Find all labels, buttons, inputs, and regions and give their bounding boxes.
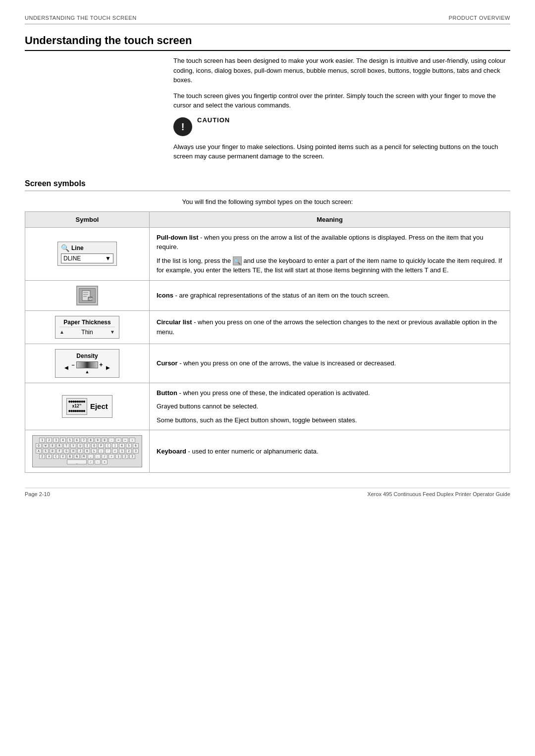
meaning-circular: Circular list - when you press on one of… [150,310,510,344]
symbol-icon: AB [25,280,150,310]
kbd-key: G [63,449,69,454]
meaning-density-p1: Cursor - when you press on one of the ar… [157,358,503,368]
table-row: Density ◄ – + ▲ [25,344,510,383]
density-bar-container: – + ▲ [71,361,103,374]
kbd-key: Y [70,443,76,448]
header-left: UNDERSTANDING THE TOUCH SCREEN [25,15,137,21]
meaning-eject-p2: Grayed buttons cannot be selected. [157,402,503,411]
kbd-key: ↑ [129,438,135,443]
kbd-key: C [53,454,59,459]
kbd-key: . [95,454,101,459]
kbd-key: - [108,438,114,443]
kbd-key: B [67,454,73,459]
footer-left: Page 2-10 [25,491,50,497]
kbd-key: K [84,449,90,454]
screen-symbols-section: Screen symbols You will find the followi… [25,179,510,473]
subsection-title: Screen symbols [25,179,510,191]
kbd-key: U [77,443,83,448]
density-bar [76,361,98,368]
kbd-key: 3 [133,449,139,454]
kbd-key: ✓ [88,459,94,464]
pulldown-title: Line [71,245,84,252]
kbd-key: [ [105,443,111,448]
header-right: PRODUCT OVERVIEW [449,15,510,21]
kbd-key: Z [39,454,45,459]
kbd-key: D [50,449,55,454]
kbd-key: 9 [95,438,101,443]
table-row: Paper Thickness ▲ Thin ▼ Circular list -… [25,310,510,344]
kbd-row-1: 1 2 3 4 5 6 7 8 9 0 - = [36,438,139,443]
table-row: ●●●●●●●● x12" ●●●●●●●● Eject Button - wh… [25,383,510,430]
svg-text:AB: AB [89,298,93,301]
circular-widget: Paper Thickness ▲ Thin ▼ [55,316,119,339]
table-row: AB Icons - are graphical representations… [25,280,510,310]
pulldown-value-row: DLINE ▼ [61,253,113,263]
caution-label: CAUTION [197,116,230,124]
kbd-key: R [56,443,62,448]
kbd-key: W [43,443,49,448]
meaning-pulldown-p1: Pull-down list - when you press on the a… [157,233,503,252]
symbols-intro: You will find the following symbol types… [25,198,510,205]
intro-para2: The touch screen gives you fingertip con… [173,91,510,110]
col-symbol-header: Symbol [25,211,150,227]
kbd-key: S [43,449,49,454]
kbd-row-4: Z X C V B N M , . / ↑ 1 [36,454,139,459]
kbd-row-3: A S D F G H J K L ; ' ↩ [36,449,139,454]
density-down-tri: ▲ [85,369,90,374]
kbd-key: 6 [74,438,80,443]
intro-para1: The touch screen has been designed to ma… [173,56,510,85]
kbd-key: ] [112,443,118,448]
footer-right: Xerox 495 Continuous Feed Duplex Printer… [367,491,510,497]
meaning-icon-p1: Icons - are graphical representations of… [157,291,503,301]
table-row: 🔍 Line DLINE ▼ Pull-down list - when you… [25,227,510,280]
col-meaning-header: Meaning [150,211,510,227]
kbd-key: P [98,443,104,448]
kbd-key: 2 [46,438,52,443]
eject-icon: ●●●●●●●● x12" ●●●●●●●● [66,398,87,415]
kbd-key: A [36,449,42,454]
meaning-keyboard-p1: Keyboard - used to enter numeric or alph… [157,447,503,456]
symbol-density: Density ◄ – + ▲ [25,344,150,383]
kbd-key: = [115,438,121,443]
kbd-key: I [84,443,90,448]
icon-widget: AB [76,286,98,305]
svg-rect-3 [83,296,87,297]
kbd-key: + [102,459,107,464]
pulldown-arrow: ▼ [105,255,111,262]
kbd-key: 5 [67,438,73,443]
kbd-row-2: Q W E R T Y U I O P [ ] [36,443,139,448]
keyboard-widget: 1 2 3 4 5 6 7 8 9 0 - = [32,435,142,467]
kbd-key: T [63,443,69,448]
kbd-key: 1 [39,438,45,443]
table-row: 1 2 3 4 5 6 7 8 9 0 - = [25,430,510,473]
kbd-key: V [60,454,66,459]
symbol-circular: Paper Thickness ▲ Thin ▼ [25,310,150,344]
content-left-blank [25,56,163,167]
caution-block: ! CAUTION [173,116,510,136]
inline-search-icon: 🔍 [233,256,242,265]
density-inner-row: – + [71,361,103,368]
kbd-key: / [102,454,107,459]
eject-top: ●●●●●●●● [68,400,85,404]
kbd-key: J [77,449,83,454]
kbd-key: , [88,454,94,459]
kbd-key: 4 [119,443,125,448]
page-footer: Page 2-10 Xerox 495 Continuous Feed Dupl… [25,488,510,497]
pulldown-top-row: 🔍 Line [61,244,113,252]
eject-label: Eject [90,402,108,410]
kbd-key: M [81,454,87,459]
meaning-pulldown-p2: If the list is long, press the 🔍 and use… [157,256,503,275]
kbd-key: ' [105,449,111,454]
kbd-key: Q [36,443,42,448]
kbd-key: ← [122,438,128,443]
kbd-key: F [56,449,62,454]
density-right-arrow: ► [105,364,111,371]
meaning-eject-p1: Button - when you press one of these, th… [157,388,503,398]
density-minus-sign: – [71,362,74,368]
kbd-key: O [91,443,97,448]
caution-text: Always use your finger to make selection… [173,142,510,161]
meaning-density: Cursor - when you press on one of the ar… [150,344,510,383]
kbd-key: - [95,459,101,464]
kbd-key: ; [98,449,104,454]
icon-inner: AB [79,288,96,303]
